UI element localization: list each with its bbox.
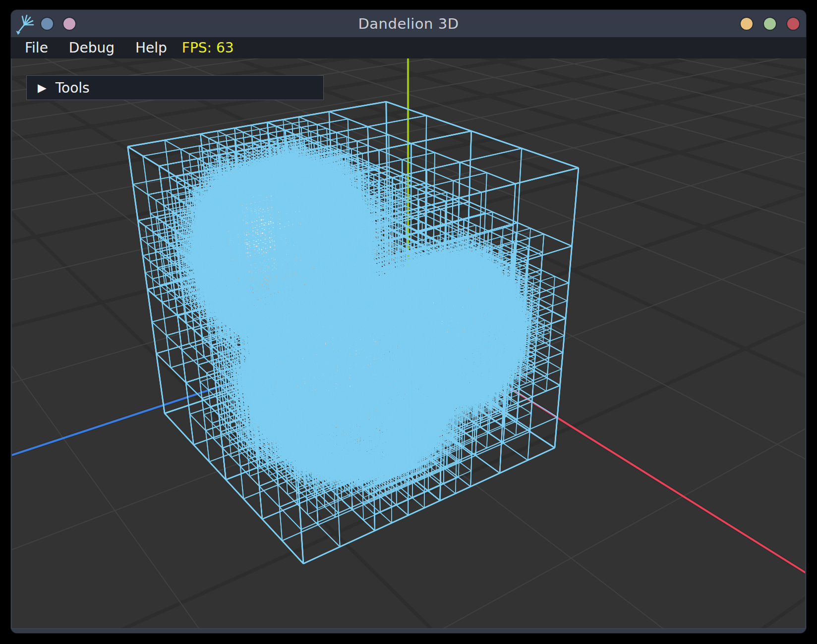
menu-item-file[interactable]: File bbox=[24, 40, 49, 56]
dandelion-icon bbox=[14, 13, 36, 35]
tools-panel[interactable]: ▶ Tools bbox=[26, 75, 324, 100]
titlebar-left-dots bbox=[40, 17, 76, 31]
tools-expand-icon[interactable]: ▶ bbox=[38, 82, 47, 94]
titlebar[interactable]: Dandelion 3D bbox=[11, 10, 806, 37]
close-button[interactable] bbox=[786, 17, 800, 31]
titlebar-right-dots bbox=[740, 17, 800, 31]
minimize-button[interactable] bbox=[740, 17, 754, 31]
fps-counter: FPS: 63 bbox=[182, 40, 234, 56]
3d-viewport[interactable] bbox=[12, 58, 805, 628]
viewport-frame: ▶ Tools bbox=[11, 58, 806, 629]
menu-item-debug[interactable]: Debug bbox=[68, 40, 116, 56]
window-title: Dandelion 3D bbox=[11, 15, 806, 32]
menubar: File Debug Help FPS: 63 bbox=[11, 37, 806, 58]
tools-panel-label: Tools bbox=[56, 80, 90, 96]
menu-item-help[interactable]: Help bbox=[134, 40, 168, 56]
workspace-dot-blue[interactable] bbox=[40, 17, 54, 31]
app-window: Dandelion 3D File Debug Help FPS: 63 ▶ T… bbox=[11, 10, 806, 633]
workspace-dot-pink[interactable] bbox=[62, 17, 76, 31]
maximize-button[interactable] bbox=[763, 17, 777, 31]
